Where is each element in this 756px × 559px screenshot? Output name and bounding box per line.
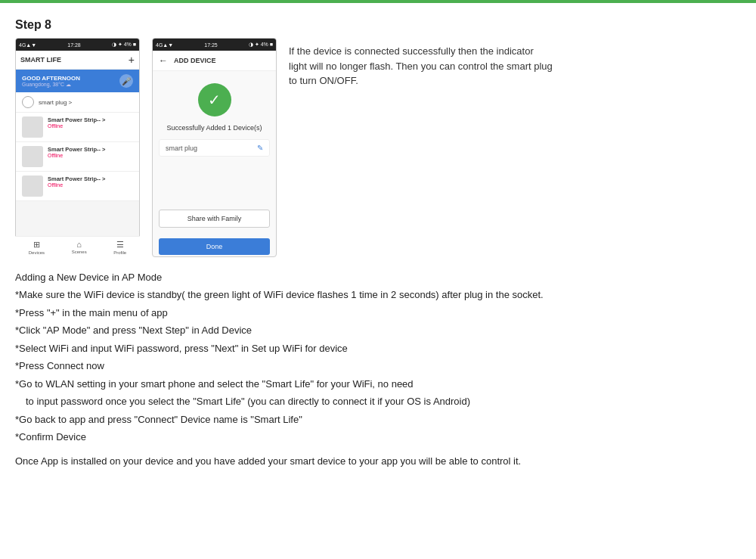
screen2-body: ✓ Successfully Added 1 Device(s) smart p… <box>153 71 276 257</box>
device-status-1: Offline <box>48 123 133 129</box>
blue-banner: GOOD AFTERNOON Guangdong, 38°C ☁ 🎤 <box>16 70 139 92</box>
status-right-2: ◑ ✦ 4% ■ <box>249 42 273 48</box>
banner-sub: Guangdong, 38°C ☁ <box>22 82 80 88</box>
device-info-2: Smart Power Strip-- > Offline <box>48 146 133 158</box>
device-thumb-3 <box>22 175 43 197</box>
final-note: Once App is installed on your device and… <box>15 454 741 470</box>
content-area: Step 8 4G▲▼ 17:28 ◑ ✦ 4% ■ SMART LIFE + <box>15 8 741 470</box>
device-name-3: Smart Power Strip-- > <box>48 175 133 182</box>
device-info-3: Smart Power Strip-- > Offline <box>48 175 133 188</box>
page-container: Step 8 4G▲▼ 17:28 ◑ ✦ 4% ■ SMART LIFE + <box>0 0 756 559</box>
nav-scenes[interactable]: ⌂ Scenes <box>72 240 87 254</box>
instruction-line-2: *Click "AP Mode" and press "Next Step" i… <box>15 322 741 338</box>
smart-plug-item[interactable]: smart plug > <box>16 92 139 113</box>
plug-icon <box>22 96 34 108</box>
scenes-icon: ⌂ <box>76 240 82 249</box>
share-with-family-button[interactable]: Share with Family <box>159 210 270 228</box>
app-title: SMART LIFE <box>20 56 61 64</box>
device-item-3[interactable]: Smart Power Strip-- > Offline <box>16 172 139 201</box>
success-icon: ✓ <box>198 83 231 116</box>
description-text: If the device is connected successfully … <box>289 45 553 86</box>
instruction-line-1: *Press "+" in the main menu of app <box>15 305 741 321</box>
status-right-1: ◑ ✦ 4% ■ <box>112 42 136 48</box>
phone-screenshot-2: 4G▲▼ 17:25 ◑ ✦ 4% ■ ← ADD DEVICE ✓ Succe… <box>152 38 277 257</box>
description-box: If the device is connected successfully … <box>289 38 553 95</box>
device-info-1: Smart Power Strip-- > Offline <box>48 116 133 129</box>
device-thumb-2 <box>22 146 43 167</box>
device-item-2[interactable]: Smart Power Strip-- > Offline <box>16 142 139 172</box>
banner-content: GOOD AFTERNOON Guangdong, 38°C ☁ <box>22 75 80 88</box>
device-item-1[interactable]: Smart Power Strip-- > Offline <box>16 113 139 142</box>
instruction-line-7: *Go back to app and press "Connect" Devi… <box>15 411 741 427</box>
instruction-line-6: to input password once you select the "S… <box>15 393 741 409</box>
device-status-2: Offline <box>48 153 133 158</box>
instructions-heading: Adding a New Device in AP Mode <box>15 269 741 285</box>
nav-devices-label: Devices <box>29 250 45 255</box>
phone-screenshot-1: 4G▲▼ 17:28 ◑ ✦ 4% ■ SMART LIFE + GOOD AF… <box>15 38 140 257</box>
profile-icon: ☰ <box>116 240 124 250</box>
device-name-2: Smart Power Strip-- > <box>48 146 133 153</box>
bottom-nav: ⊞ Devices ⌂ Scenes ☰ Profile <box>15 236 140 257</box>
nav-scenes-label: Scenes <box>72 250 87 254</box>
phone-screen-2: 4G▲▼ 17:25 ◑ ✦ 4% ■ ← ADD DEVICE ✓ Succe… <box>152 38 277 257</box>
done-button[interactable]: Done <box>159 238 270 255</box>
add-device-icon[interactable]: + <box>129 54 135 66</box>
instructions-section: Adding a New Device in AP Mode *Make sur… <box>15 269 741 445</box>
microphone-icon[interactable]: 🎤 <box>119 74 133 88</box>
back-button[interactable]: ← <box>159 55 168 66</box>
instruction-line-3: *Select WiFi and input WiFi password, pr… <box>15 340 741 356</box>
edit-icon[interactable]: ✎ <box>257 144 263 152</box>
phone-screen-1: 4G▲▼ 17:28 ◑ ✦ 4% ■ SMART LIFE + GOOD AF… <box>15 38 140 257</box>
screen2-title: ADD DEVICE <box>174 57 216 64</box>
device-status-3: Offline <box>48 182 133 188</box>
device-name-1: Smart Power Strip-- > <box>48 116 133 123</box>
banner-greeting: GOOD AFTERNOON <box>22 75 80 82</box>
status-bar-1: 4G▲▼ 17:28 ◑ ✦ 4% ■ <box>16 39 139 51</box>
nav-profile[interactable]: ☰ Profile <box>113 240 126 255</box>
instruction-line-5: *Go to WLAN setting in your smart phone … <box>15 376 741 392</box>
smart-plug-label: smart plug > <box>39 99 72 106</box>
phone-header-1: SMART LIFE + <box>16 51 139 70</box>
success-text: Successfully Added 1 Device(s) <box>166 124 262 132</box>
device-name-row[interactable]: smart plug ✎ <box>159 139 270 157</box>
nav-profile-label: Profile <box>113 250 126 255</box>
device-name-label: smart plug <box>166 144 197 152</box>
status-bar-2: 4G▲▼ 17:25 ◑ ✦ 4% ■ <box>153 39 276 51</box>
screenshots-row: 4G▲▼ 17:28 ◑ ✦ 4% ■ SMART LIFE + GOOD AF… <box>15 38 741 257</box>
status-time-2: 17:25 <box>204 42 218 48</box>
top-border <box>0 0 756 3</box>
device-thumb-1 <box>22 116 43 138</box>
step-header: Step 8 <box>15 18 741 32</box>
status-time-1: 17:28 <box>67 42 81 48</box>
instruction-line-8: *Confirm Device <box>15 429 741 445</box>
screen2-header: ← ADD DEVICE <box>153 51 276 71</box>
nav-devices[interactable]: ⊞ Devices <box>29 240 45 255</box>
instruction-line-4: *Press Connect now <box>15 358 741 374</box>
status-left-2: 4G▲▼ <box>156 42 173 48</box>
instruction-line-0: *Make sure the WiFi device is standby( t… <box>15 287 741 303</box>
status-left-1: 4G▲▼ <box>19 42 36 48</box>
devices-icon: ⊞ <box>33 240 40 250</box>
